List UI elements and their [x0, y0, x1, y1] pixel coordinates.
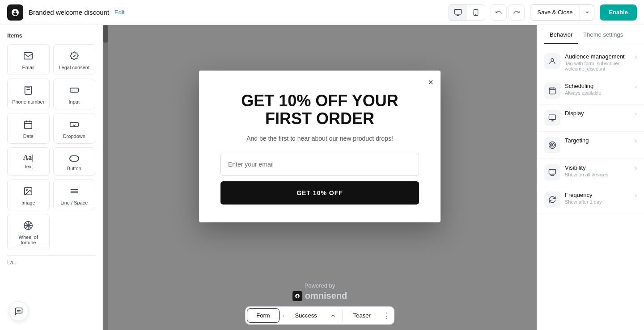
chevron-icon: › [635, 84, 637, 90]
visibility-item[interactable]: Visibility Show on all devices › [537, 159, 644, 186]
sidebar-item-button[interactable]: Button [53, 147, 96, 176]
display-item[interactable]: Display › [537, 104, 644, 132]
edit-link[interactable]: Edit [114, 9, 124, 16]
teaser-tab[interactable]: Teaser [344, 309, 380, 322]
sidebar-item-email[interactable]: Email [7, 44, 50, 75]
svg-rect-14 [70, 156, 79, 161]
history-group [491, 4, 525, 21]
form-tab[interactable]: Form [247, 308, 279, 323]
frequency-text: Frequency Show after 1 day [565, 192, 635, 205]
sidebar-item-dropdown[interactable]: Dropdown [53, 113, 96, 144]
desktop-view-button[interactable] [449, 4, 467, 21]
behavior-list: Audience management Tag with form_subscr… [537, 44, 644, 330]
audience-subtitle: Tag with form_subscriber, welcome_discou… [565, 61, 635, 71]
success-tab[interactable]: Success [286, 309, 326, 322]
wheel-icon [23, 221, 33, 232]
svg-point-36 [17, 310, 18, 311]
undo-button[interactable] [491, 4, 507, 21]
mobile-view-button[interactable] [467, 4, 485, 21]
sidebar-item-wheel-of-fortune[interactable]: Wheel of fortune [7, 214, 50, 250]
svg-point-31 [549, 142, 556, 149]
legal-consent-label: Legal consent [59, 65, 90, 70]
form-success-teaser-bar: Form › Success Teaser ⋮ [245, 306, 394, 325]
frequency-item[interactable]: Frequency Show after 1 day › [537, 186, 644, 213]
phone-number-label: Phone number [12, 99, 44, 104]
scroll-bar[interactable] [103, 25, 108, 330]
scheduling-text: Scheduling Always available [565, 83, 635, 96]
svg-rect-4 [25, 86, 32, 94]
svg-point-2 [475, 14, 476, 14]
more-options-button[interactable]: ⋮ [380, 309, 394, 323]
svg-rect-30 [549, 115, 556, 120]
theme-settings-tab[interactable]: Theme settings [578, 25, 628, 44]
collapse-button[interactable] [326, 309, 340, 323]
svg-point-33 [552, 145, 553, 146]
cta-button[interactable]: GET 10% OFF [220, 181, 419, 205]
scheduling-subtitle: Always available [565, 90, 635, 96]
date-label: Date [23, 134, 34, 139]
targeting-icon [544, 137, 560, 153]
wheel-of-fortune-label: Wheel of fortune [11, 234, 46, 245]
omnisend-brand: omnisend [103, 291, 537, 301]
divider [342, 309, 343, 322]
canvas-area: × GET 10% OFF YOUR FIRST ORDER And be th… [103, 25, 537, 330]
button-label: Button [67, 166, 81, 171]
email-input[interactable] [220, 153, 419, 176]
left-sidebar: Items Email Legal consent [0, 25, 103, 330]
svg-rect-3 [24, 53, 32, 59]
dropdown-label: Dropdown [63, 134, 85, 139]
omnisend-logo-icon [292, 291, 302, 301]
frequency-subtitle: Show after 1 day [565, 199, 635, 205]
modal-close-button[interactable]: × [428, 78, 433, 87]
dropdown-icon [69, 120, 79, 131]
svg-rect-7 [70, 88, 78, 92]
sidebar-item-legal-consent[interactable]: Legal consent [53, 44, 96, 75]
image-label: Image [21, 200, 35, 205]
chevron-icon: › [635, 111, 637, 117]
audience-icon [544, 53, 560, 69]
svg-point-37 [18, 310, 19, 311]
frequency-title: Frequency [565, 192, 635, 198]
right-panel-tabs: Behavior Theme settings [537, 25, 644, 44]
text-label: Text [24, 164, 33, 169]
button-icon [69, 154, 79, 163]
modal-subtext: And be the first to hear about our new p… [220, 135, 419, 142]
frequency-icon [544, 192, 560, 208]
sidebar-item-text[interactable]: Aa| Text [7, 147, 50, 176]
canvas-bottom-bar: Form › Success Teaser ⋮ [103, 301, 537, 330]
legal-consent-icon [69, 51, 79, 62]
save-close-button[interactable]: Save & Close [530, 4, 580, 21]
input-label: Input [69, 99, 80, 104]
targeting-item[interactable]: Targeting › [537, 132, 644, 159]
scheduling-item[interactable]: Scheduling Always available › [537, 77, 644, 104]
targeting-title: Targeting [565, 137, 635, 144]
input-icon [69, 85, 79, 96]
save-close-group: Save & Close [530, 4, 595, 21]
modal-headline: GET 10% OFF YOUR FIRST ORDER [220, 92, 419, 127]
text-icon: Aa| [23, 154, 34, 161]
chevron-icon: › [635, 138, 637, 144]
email-label: Email [22, 65, 34, 70]
chat-bubble-button[interactable] [9, 301, 29, 321]
save-dropdown-button[interactable] [580, 4, 594, 21]
chevron-icon: › [635, 192, 637, 199]
email-icon [23, 51, 33, 62]
chevron-icon: › [635, 165, 637, 171]
sidebar-item-phone-number[interactable]: Phone number [7, 79, 50, 109]
visibility-subtitle: Show on all devices [565, 172, 635, 177]
audience-management-item[interactable]: Audience management Tag with form_subscr… [537, 48, 644, 77]
sidebar-item-image[interactable]: Image [7, 180, 50, 210]
scheduling-icon [544, 83, 560, 99]
sidebar-item-date[interactable]: Date [7, 113, 50, 144]
behavior-tab[interactable]: Behavior [544, 25, 578, 44]
display-icon [544, 110, 560, 126]
redo-button[interactable] [508, 4, 525, 21]
svg-point-25 [551, 58, 554, 61]
sidebar-item-line-space[interactable]: Line / Space [53, 180, 96, 210]
page-title: Branded welcome discount [29, 8, 109, 16]
phone-number-icon [23, 85, 33, 96]
audience-title: Audience management [565, 53, 635, 60]
sidebar-item-input[interactable]: Input [53, 79, 96, 109]
enable-button[interactable]: Enable [600, 4, 637, 21]
sidebar-section-title: Items [7, 32, 95, 39]
